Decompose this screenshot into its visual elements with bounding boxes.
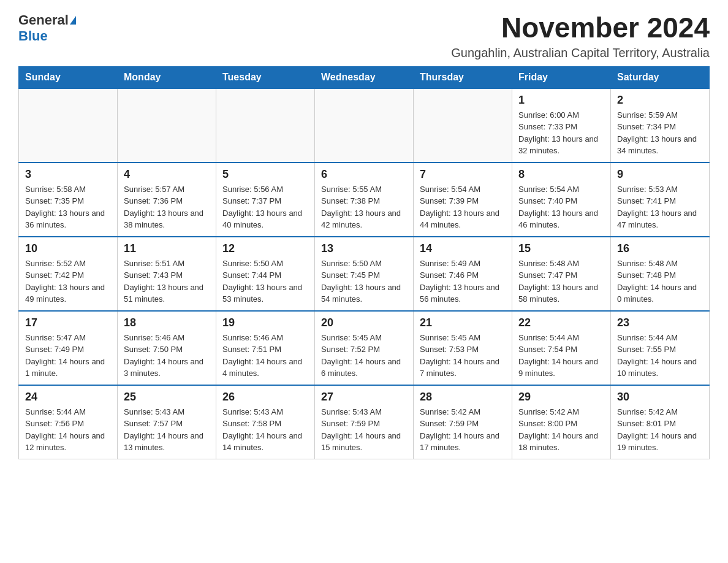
day-number: 22 (518, 316, 604, 329)
day-info: Sunrise: 5:45 AMSunset: 7:53 PMDaylight:… (420, 332, 506, 380)
calendar-day-cell: 23Sunrise: 5:44 AMSunset: 7:55 PMDayligh… (611, 311, 710, 385)
calendar-day-header: Friday (512, 66, 611, 88)
day-info: Sunrise: 5:52 AMSunset: 7:42 PMDaylight:… (25, 258, 111, 305)
day-number: 27 (321, 391, 407, 404)
day-info: Sunrise: 5:49 AMSunset: 7:46 PMDaylight:… (420, 258, 506, 305)
day-info: Sunrise: 5:45 AMSunset: 7:52 PMDaylight:… (321, 332, 407, 380)
calendar-day-cell: 14Sunrise: 5:49 AMSunset: 7:46 PMDayligh… (414, 237, 512, 311)
day-number: 2 (617, 94, 703, 107)
calendar-day-cell: 7Sunrise: 5:54 AMSunset: 7:39 PMDaylight… (414, 163, 512, 237)
day-number: 30 (617, 391, 703, 404)
calendar-day-header: Thursday (414, 66, 512, 88)
day-info: Sunrise: 5:46 AMSunset: 7:50 PMDaylight:… (124, 332, 210, 380)
calendar-day-cell: 8Sunrise: 5:54 AMSunset: 7:40 PMDaylight… (512, 163, 611, 237)
logo-arrow-icon (70, 16, 76, 25)
day-number: 28 (420, 391, 506, 404)
day-number: 8 (518, 168, 604, 181)
day-number: 17 (25, 316, 111, 329)
calendar-day-cell: 18Sunrise: 5:46 AMSunset: 7:50 PMDayligh… (118, 311, 216, 385)
logo: General Blue (18, 12, 76, 45)
calendar-day-cell: 1Sunrise: 6:00 AMSunset: 7:33 PMDaylight… (512, 88, 611, 163)
day-number: 13 (321, 242, 407, 255)
calendar-day-cell: 5Sunrise: 5:56 AMSunset: 7:37 PMDaylight… (216, 163, 315, 237)
day-number: 24 (25, 391, 111, 404)
day-info: Sunrise: 5:42 AMSunset: 8:01 PMDaylight:… (617, 406, 703, 454)
calendar-day-cell: 15Sunrise: 5:48 AMSunset: 7:47 PMDayligh… (512, 237, 611, 311)
day-info: Sunrise: 5:50 AMSunset: 7:44 PMDaylight:… (222, 258, 308, 305)
calendar-day-cell: 25Sunrise: 5:43 AMSunset: 7:57 PMDayligh… (118, 385, 216, 459)
calendar-day-header: Saturday (611, 66, 710, 88)
calendar-day-cell: 22Sunrise: 5:44 AMSunset: 7:54 PMDayligh… (512, 311, 611, 385)
calendar-day-header: Monday (118, 66, 216, 88)
calendar-day-cell: 3Sunrise: 5:58 AMSunset: 7:35 PMDaylight… (19, 163, 118, 237)
calendar-header-row: SundayMondayTuesdayWednesdayThursdayFrid… (19, 66, 710, 88)
day-number: 14 (420, 242, 506, 255)
calendar-day-header: Wednesday (315, 66, 414, 88)
calendar-day-cell: 17Sunrise: 5:47 AMSunset: 7:49 PMDayligh… (19, 311, 118, 385)
day-number: 21 (420, 316, 506, 329)
day-info: Sunrise: 5:47 AMSunset: 7:49 PMDaylight:… (25, 332, 111, 380)
calendar-day-cell: 27Sunrise: 5:43 AMSunset: 7:59 PMDayligh… (315, 385, 414, 459)
day-number: 4 (124, 168, 210, 181)
day-info: Sunrise: 5:50 AMSunset: 7:45 PMDaylight:… (321, 258, 407, 305)
day-number: 29 (518, 391, 604, 404)
day-info: Sunrise: 5:42 AMSunset: 7:59 PMDaylight:… (420, 406, 506, 454)
day-info: Sunrise: 5:44 AMSunset: 7:54 PMDaylight:… (518, 332, 604, 380)
day-info: Sunrise: 5:48 AMSunset: 7:47 PMDaylight:… (518, 258, 604, 305)
day-info: Sunrise: 5:43 AMSunset: 7:57 PMDaylight:… (124, 406, 210, 454)
calendar-day-cell: 9Sunrise: 5:53 AMSunset: 7:41 PMDaylight… (611, 163, 710, 237)
day-info: Sunrise: 5:54 AMSunset: 7:39 PMDaylight:… (420, 183, 506, 231)
logo-general-text: General (18, 12, 69, 28)
day-number: 1 (518, 94, 604, 107)
day-number: 16 (617, 242, 703, 255)
calendar-day-cell: 12Sunrise: 5:50 AMSunset: 7:44 PMDayligh… (216, 237, 315, 311)
day-info: Sunrise: 5:54 AMSunset: 7:40 PMDaylight:… (518, 183, 604, 231)
day-number: 18 (124, 316, 210, 329)
day-number: 9 (617, 168, 703, 181)
calendar-day-cell: 30Sunrise: 5:42 AMSunset: 8:01 PMDayligh… (611, 385, 710, 459)
calendar-day-cell: 19Sunrise: 5:46 AMSunset: 7:51 PMDayligh… (216, 311, 315, 385)
day-info: Sunrise: 6:00 AMSunset: 7:33 PMDaylight:… (518, 109, 604, 157)
title-area: November 2024 Gungahlin, Australian Capi… (451, 12, 710, 60)
day-info: Sunrise: 5:53 AMSunset: 7:41 PMDaylight:… (617, 183, 703, 231)
day-number: 26 (222, 391, 308, 404)
calendar-day-header: Sunday (19, 66, 118, 88)
calendar-week-row: 17Sunrise: 5:47 AMSunset: 7:49 PMDayligh… (19, 311, 710, 385)
day-info: Sunrise: 5:43 AMSunset: 7:58 PMDaylight:… (222, 406, 308, 454)
day-number: 7 (420, 168, 506, 181)
calendar-day-cell: 11Sunrise: 5:51 AMSunset: 7:43 PMDayligh… (118, 237, 216, 311)
calendar-week-row: 24Sunrise: 5:44 AMSunset: 7:56 PMDayligh… (19, 385, 710, 459)
day-number: 19 (222, 316, 308, 329)
calendar-day-cell: 28Sunrise: 5:42 AMSunset: 7:59 PMDayligh… (414, 385, 512, 459)
calendar-day-cell (315, 88, 414, 163)
day-info: Sunrise: 5:58 AMSunset: 7:35 PMDaylight:… (25, 183, 111, 231)
calendar-day-cell: 6Sunrise: 5:55 AMSunset: 7:38 PMDaylight… (315, 163, 414, 237)
calendar-day-cell: 10Sunrise: 5:52 AMSunset: 7:42 PMDayligh… (19, 237, 118, 311)
day-number: 25 (124, 391, 210, 404)
calendar-table: SundayMondayTuesdayWednesdayThursdayFrid… (18, 66, 710, 459)
day-info: Sunrise: 5:44 AMSunset: 7:56 PMDaylight:… (25, 406, 111, 454)
calendar-day-cell: 4Sunrise: 5:57 AMSunset: 7:36 PMDaylight… (118, 163, 216, 237)
calendar-week-row: 10Sunrise: 5:52 AMSunset: 7:42 PMDayligh… (19, 237, 710, 311)
day-info: Sunrise: 5:56 AMSunset: 7:37 PMDaylight:… (222, 183, 308, 231)
day-info: Sunrise: 5:43 AMSunset: 7:59 PMDaylight:… (321, 406, 407, 454)
day-info: Sunrise: 5:51 AMSunset: 7:43 PMDaylight:… (124, 258, 210, 305)
calendar-day-cell: 26Sunrise: 5:43 AMSunset: 7:58 PMDayligh… (216, 385, 315, 459)
day-number: 12 (222, 242, 308, 255)
calendar-week-row: 3Sunrise: 5:58 AMSunset: 7:35 PMDaylight… (19, 163, 710, 237)
day-info: Sunrise: 5:57 AMSunset: 7:36 PMDaylight:… (124, 183, 210, 231)
page-header: General Blue November 2024 Gungahlin, Au… (18, 12, 710, 60)
day-number: 3 (25, 168, 111, 181)
calendar-day-cell: 24Sunrise: 5:44 AMSunset: 7:56 PMDayligh… (19, 385, 118, 459)
day-info: Sunrise: 5:44 AMSunset: 7:55 PMDaylight:… (617, 332, 703, 380)
day-number: 10 (25, 242, 111, 255)
calendar-day-cell: 20Sunrise: 5:45 AMSunset: 7:52 PMDayligh… (315, 311, 414, 385)
location-title: Gungahlin, Australian Capital Territory,… (451, 46, 710, 60)
day-number: 23 (617, 316, 703, 329)
day-info: Sunrise: 5:46 AMSunset: 7:51 PMDaylight:… (222, 332, 308, 380)
day-number: 20 (321, 316, 407, 329)
day-info: Sunrise: 5:59 AMSunset: 7:34 PMDaylight:… (617, 109, 703, 157)
calendar-day-cell (414, 88, 512, 163)
calendar-day-cell (118, 88, 216, 163)
calendar-day-cell: 16Sunrise: 5:48 AMSunset: 7:48 PMDayligh… (611, 237, 710, 311)
